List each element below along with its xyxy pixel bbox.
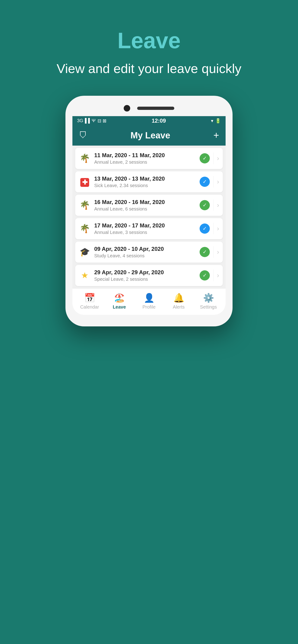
leave-type-label: Annual Leave, 3 sessions bbox=[94, 230, 196, 235]
phone-top-bar bbox=[72, 105, 226, 112]
leave-info: 16 Mar, 2020 - 16 Mar, 2020 Annual Leave… bbox=[94, 199, 196, 212]
nav-leave-icon: 🏖️ bbox=[114, 293, 125, 303]
leave-item-1[interactable]: ✚ 13 Mar, 2020 - 13 Mar, 2020 Sick Leave… bbox=[75, 171, 223, 192]
status-bar: 3G▐▐ Ψ ⊟ ⊠ 12:09 ▾ 🔋 bbox=[72, 116, 226, 126]
nav-alerts-icon: 🔔 bbox=[173, 293, 184, 303]
app-header-title: My Leave bbox=[130, 130, 170, 140]
leave-type-icon: 🌴 bbox=[79, 200, 91, 210]
nav-settings-label: Settings bbox=[200, 304, 217, 310]
leave-status-badge: ✓ bbox=[200, 153, 210, 164]
leave-date: 09 Apr, 2020 - 10 Apr, 2020 bbox=[94, 246, 196, 252]
leave-chevron-icon[interactable]: › bbox=[213, 152, 219, 164]
add-leave-button[interactable]: + bbox=[213, 130, 219, 140]
leave-type-label: Study Leave, 4 sessions bbox=[94, 253, 196, 258]
leave-date: 17 Mar, 2020 - 17 Mar, 2020 bbox=[94, 222, 196, 229]
status-right: ▾ 🔋 bbox=[211, 118, 221, 124]
leave-date: 16 Mar, 2020 - 16 Mar, 2020 bbox=[94, 199, 196, 206]
nav-profile-label: Profile bbox=[143, 304, 156, 310]
nav-item-calendar[interactable]: 📅 Calendar bbox=[78, 293, 101, 310]
leave-type-label: Special Leave, 2 sessions bbox=[94, 276, 196, 282]
nav-item-leave[interactable]: 🏖️ Leave bbox=[108, 293, 131, 310]
leave-item-4[interactable]: 🎓 09 Apr, 2020 - 10 Apr, 2020 Study Leav… bbox=[75, 242, 223, 263]
phone-mockup: 3G▐▐ Ψ ⊟ ⊠ 12:09 ▾ 🔋 ⛉ My Leave + 🌴 11 M… bbox=[66, 96, 232, 326]
speaker-bar bbox=[137, 107, 174, 110]
nav-item-profile[interactable]: 👤 Profile bbox=[137, 293, 161, 310]
leave-status-badge: ✓ bbox=[200, 200, 210, 210]
leave-type-icon: ✚ bbox=[79, 177, 91, 187]
signal-icon: 3G▐▐ bbox=[77, 118, 90, 123]
leave-info: 13 Mar, 2020 - 13 Mar, 2020 Sick Leave, … bbox=[94, 176, 196, 188]
leave-chevron-icon[interactable]: › bbox=[213, 246, 219, 258]
nav-item-settings[interactable]: ⚙️ Settings bbox=[197, 293, 220, 310]
leave-type-icon: 🌴 bbox=[79, 154, 91, 163]
leave-chevron-icon[interactable]: › bbox=[213, 270, 219, 281]
leave-type-icon: 🎓 bbox=[79, 247, 91, 257]
leave-date: 13 Mar, 2020 - 13 Mar, 2020 bbox=[94, 176, 196, 182]
leave-chevron-icon[interactable]: › bbox=[213, 223, 219, 234]
status-time: 12:09 bbox=[152, 118, 166, 124]
leave-chevron-icon[interactable]: › bbox=[213, 199, 219, 211]
status-left: 3G▐▐ Ψ ⊟ ⊠ bbox=[77, 118, 107, 124]
leave-info: 29 Apr, 2020 - 29 Apr, 2020 Special Leav… bbox=[94, 269, 196, 282]
camera-dot bbox=[124, 105, 130, 112]
leave-type-label: Annual Leave, 2 sessions bbox=[94, 160, 196, 165]
leave-chevron-icon[interactable]: › bbox=[213, 176, 219, 188]
leave-type-icon: 🌴 bbox=[79, 224, 91, 234]
hero-subtitle: View and edit your leave quickly bbox=[57, 60, 241, 77]
app-screen: 3G▐▐ Ψ ⊟ ⊠ 12:09 ▾ 🔋 ⛉ My Leave + 🌴 11 M… bbox=[72, 116, 226, 315]
battery-icon: 🔋 bbox=[215, 118, 221, 124]
leave-item-3[interactable]: 🌴 17 Mar, 2020 - 17 Mar, 2020 Annual Lea… bbox=[75, 218, 223, 239]
hero-title: Leave bbox=[117, 28, 181, 53]
leave-info: 09 Apr, 2020 - 10 Apr, 2020 Study Leave,… bbox=[94, 246, 196, 258]
wifi-icon: ▾ bbox=[211, 118, 213, 124]
leave-item-2[interactable]: 🌴 16 Mar, 2020 - 16 Mar, 2020 Annual Lea… bbox=[75, 195, 223, 216]
nav-leave-label: Leave bbox=[113, 304, 126, 310]
leave-type-label: Sick Leave, 2.34 sessions bbox=[94, 183, 196, 188]
bottom-nav: 📅 Calendar 🏖️ Leave 👤 Profile 🔔 Alerts ⚙… bbox=[72, 288, 226, 315]
leave-status-badge: ✓ bbox=[200, 247, 210, 257]
leave-list: 🌴 11 Mar, 2020 - 11 Mar, 2020 Annual Lea… bbox=[72, 146, 226, 288]
filter-button[interactable]: ⛉ bbox=[79, 130, 87, 140]
leave-item-5[interactable]: ★ 29 Apr, 2020 - 29 Apr, 2020 Special Le… bbox=[75, 265, 223, 286]
leave-type-icon: ★ bbox=[79, 270, 91, 280]
leave-info: 11 Mar, 2020 - 11 Mar, 2020 Annual Leave… bbox=[94, 152, 196, 165]
app-header: ⛉ My Leave + bbox=[72, 126, 226, 146]
leave-date: 11 Mar, 2020 - 11 Mar, 2020 bbox=[94, 152, 196, 158]
extra-icons: ⊟ ⊠ bbox=[98, 118, 107, 124]
nav-calendar-icon: 📅 bbox=[84, 293, 95, 303]
leave-item-0[interactable]: 🌴 11 Mar, 2020 - 11 Mar, 2020 Annual Lea… bbox=[75, 148, 223, 169]
nav-calendar-label: Calendar bbox=[80, 304, 99, 310]
leave-date: 29 Apr, 2020 - 29 Apr, 2020 bbox=[94, 269, 196, 276]
leave-type-label: Annual Leave, 6 sessions bbox=[94, 206, 196, 212]
leave-status-badge: ✓ bbox=[200, 177, 210, 187]
leave-status-badge: ✓ bbox=[200, 224, 210, 234]
leave-status-badge: ✓ bbox=[200, 270, 210, 280]
sim-icon: Ψ bbox=[92, 118, 96, 123]
nav-settings-icon: ⚙️ bbox=[203, 293, 214, 303]
nav-profile-icon: 👤 bbox=[144, 293, 155, 303]
nav-item-alerts[interactable]: 🔔 Alerts bbox=[167, 293, 190, 310]
nav-alerts-label: Alerts bbox=[173, 304, 184, 310]
leave-info: 17 Mar, 2020 - 17 Mar, 2020 Annual Leave… bbox=[94, 222, 196, 235]
